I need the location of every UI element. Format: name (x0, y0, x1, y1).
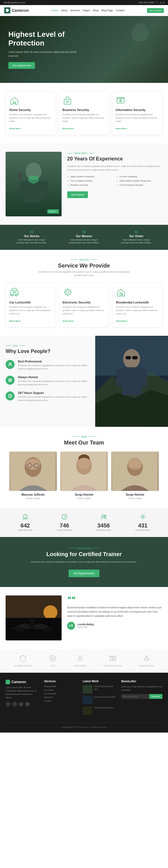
footer-social-yt[interactable]: y (18, 702, 24, 707)
footer-link-pricing[interactable]: Pricing Table (44, 685, 77, 688)
home-security-title: Home Security (9, 108, 52, 112)
services-label: Services (6, 258, 162, 261)
information-security-link[interactable]: Read More (116, 127, 127, 130)
support-desc: Exceletur sint occaecat cupidatat non pr… (18, 395, 90, 402)
svg-rect-28 (125, 356, 131, 360)
professional-title: Best Professional (18, 360, 90, 363)
footer-link-team[interactable]: Our Team (44, 689, 77, 691)
counter-1-icon (18, 514, 33, 521)
nav-shop[interactable]: Shop (93, 9, 98, 12)
svg-rect-25 (122, 367, 141, 395)
team-photo-2 (60, 452, 108, 491)
logo: Cameron (4, 7, 29, 13)
support-title: 24/7 Hours Support (18, 392, 90, 395)
feature-1: Data Centers Protection (67, 175, 114, 178)
team-role-1: Found Leader (9, 497, 57, 500)
footer-social-tw[interactable]: t (12, 702, 17, 707)
electronic-security-link[interactable]: Read More (63, 320, 74, 322)
residential-locksmith-title: Residential Locksmith (116, 301, 159, 304)
residential-locksmith-card: Residential Locksmith Exceletur sint occ… (112, 283, 162, 328)
social-f[interactable]: f (156, 1, 157, 4)
residential-locksmith-desc: Exceletur sint occaecat cupidatat non pr… (116, 305, 159, 315)
svg-point-53 (43, 627, 52, 632)
stat-2-text: Netto falliboard trusted, though portray… (67, 239, 101, 244)
why-item-professional: Best Professional Exceletur sint occaeca… (6, 360, 90, 371)
footer-newsletter-title: NewsLetter (121, 680, 162, 683)
brand-1-icon (14, 654, 32, 663)
cards-grid: Home Security Exceletur sint occaecat cu… (6, 91, 162, 135)
features-col2: On-Site Guarding Help Hotline & Alarm Re… (116, 175, 162, 188)
footer-services-col: Services Pricing Table Our Team Our Serv… (44, 680, 77, 717)
svg-rect-3 (149, 43, 153, 60)
team-member-2: Sonja Heichel Found Leader (60, 452, 108, 500)
svg-point-40 (77, 458, 91, 469)
brand-5-name: HOME ALARM (139, 664, 154, 667)
svg-rect-26 (116, 369, 122, 387)
footer-link-contact[interactable]: Contact (44, 700, 77, 702)
brand-2: CCTV (49, 654, 56, 667)
footer-newsletter-desc: Enter your email address to subscribe to… (121, 685, 162, 692)
hero-cta-button[interactable]: Get Appointment (8, 62, 35, 69)
counter-4-num: 431 (135, 522, 151, 529)
footer-logo: Cameron (6, 680, 39, 684)
footer-social-in[interactable]: in (25, 702, 30, 707)
get-started-button[interactable]: Get Started (67, 191, 88, 198)
nav-about[interactable]: About (61, 9, 68, 12)
team-member-1: Marcene Jefferds Found Leader (9, 452, 57, 500)
brand-2-icon (49, 654, 56, 663)
social-in[interactable]: in (163, 1, 165, 4)
home-security-link[interactable]: Read More (9, 127, 21, 130)
business-security-link[interactable]: Read More (62, 127, 74, 130)
svg-rect-2 (127, 43, 132, 60)
footer-grid: Cameron Lorem ipsum dolor sit amet conse… (6, 680, 162, 717)
svg-rect-57 (78, 658, 82, 661)
electronic-security-desc: Exceletur sint occaecat cupidatat non pr… (63, 305, 106, 315)
stat-3-title: Our Vision (120, 235, 153, 238)
nav-contact[interactable]: Contact (116, 9, 125, 12)
nav-pages[interactable]: Pages (83, 9, 90, 12)
footer-services-links: Pricing Table Our Team Our Services Abou… (44, 685, 77, 702)
svg-point-46 (104, 515, 106, 517)
brand-5-icon (139, 654, 154, 663)
footer-link-about[interactable]: About Us (44, 696, 77, 699)
nav-quote-button[interactable]: Get a Quote (147, 8, 164, 13)
stat-3-num: 03 (120, 230, 153, 234)
nav-blog[interactable]: Blog Page (101, 9, 113, 12)
why-item-honest: Always Honest Exceletur sint occaecat cu… (6, 376, 90, 386)
news-text-1: Some recent work title here (94, 685, 116, 693)
svg-rect-11 (43, 181, 48, 196)
news-text-3: Third recent work item (94, 706, 114, 715)
hero-title: Highest Level of Protection (8, 30, 87, 48)
experience-label: Some Story (67, 152, 162, 155)
svg-rect-14 (10, 290, 18, 295)
brand-3: LOCKSMITH (74, 654, 87, 667)
social-p[interactable]: p (160, 1, 161, 4)
svg-point-47 (142, 516, 144, 518)
newsletter-subscribe-button[interactable]: Subscribe (149, 694, 162, 699)
car-locksmith-link[interactable]: Read More (9, 320, 21, 322)
footer-social-fb[interactable]: f (6, 702, 11, 707)
footer-latest-work-col: Latest Work Some recent work title here … (83, 680, 116, 717)
services-title: Service We Provide (6, 262, 162, 269)
team-member-3: Sonja Heichel Found Leader (111, 452, 159, 500)
footer-link-services[interactable]: Our Services (44, 692, 77, 695)
feature-4: On-Site Guarding (116, 175, 162, 178)
brand-1-name: ALARM SYSTEM (14, 664, 32, 667)
cta-button[interactable]: Get Appointment (69, 569, 100, 577)
features-col1: Data Centers Protection Fire & Safety Se… (67, 175, 114, 188)
newsletter-email-input[interactable] (121, 694, 149, 699)
nav-home[interactable]: Home (51, 9, 58, 12)
footer-services-title: Services (44, 680, 77, 683)
nav-services[interactable]: Services (70, 9, 80, 12)
information-security-card: Information Security Exceletur sint occa… (112, 91, 162, 135)
home-security-icon (9, 96, 19, 106)
counter-1-num: 642 (18, 522, 33, 529)
counter-4: 431 some text here (135, 514, 151, 531)
residential-locksmith-link[interactable]: Read More (116, 320, 127, 322)
counter-4-label: some text here (135, 529, 151, 531)
residential-locksmith-icon (116, 287, 127, 299)
electronic-security-title: Electronic Security (63, 301, 106, 304)
newsletter-form: Subscribe (121, 694, 162, 699)
social-t[interactable]: t (158, 1, 159, 4)
svg-rect-1 (132, 41, 149, 67)
